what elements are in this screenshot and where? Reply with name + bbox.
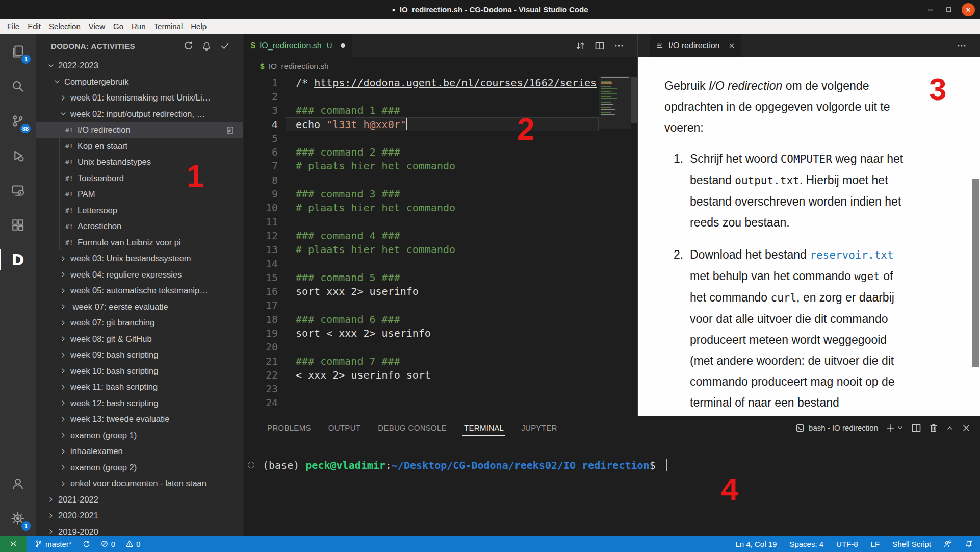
tree-item-kop-en-staart[interactable]: #!Kop en staart <box>36 138 243 155</box>
maximize-icon[interactable] <box>943 4 955 15</box>
tree-item-week-08-git-github[interactable]: week 08: git & GitHub <box>36 331 243 347</box>
status-0[interactable]: 0 <box>100 540 115 548</box>
status-spaces-4[interactable]: Spaces: 4 <box>789 540 823 548</box>
status-utf-8[interactable]: UTF-8 <box>836 540 858 548</box>
activity-extensions[interactable] <box>0 208 36 242</box>
panel-tab-terminal[interactable]: TERMINAL <box>455 416 512 439</box>
tree-item-2021-2022[interactable]: 2021-2022 <box>36 492 243 508</box>
tree-item-2020-2021[interactable]: 2020-2021 <box>36 508 243 524</box>
tree-item-week-07-eerste-evaluatie[interactable]: week 07: eerste evaluatie <box>36 299 243 315</box>
activity-settings[interactable]: 1 <box>0 501 36 536</box>
close-window-icon[interactable] <box>962 3 975 16</box>
code-line-22[interactable]: 22< xxx 2> userinfo sort <box>244 368 637 382</box>
split-editor-icon[interactable] <box>911 423 921 433</box>
panel-tab-output[interactable]: OUTPUT <box>320 416 369 439</box>
tree-item-2022-2023[interactable]: 2022-2023 <box>36 58 243 74</box>
status-shell-script[interactable]: Shell Script <box>892 540 931 548</box>
status-sync[interactable] <box>82 540 90 548</box>
tree-item-unix-bestandstypes[interactable]: #!Unix bestandstypes <box>36 154 243 170</box>
tree-item-week-07-git-branching[interactable]: week 07: git branching <box>36 315 243 331</box>
tree-item-pam[interactable]: #!PAM <box>36 186 243 203</box>
tree-item-acrostichon[interactable]: #!Acrostichon <box>36 218 243 235</box>
status-master[interactable]: master* <box>35 540 72 548</box>
tree-item-week-10-bash-scripting[interactable]: week 10: bash scripting <box>36 363 243 380</box>
refresh-icon[interactable] <box>183 41 193 51</box>
code-line-10[interactable]: 10# plaats hier het commando <box>244 201 637 215</box>
activity-dodona[interactable]: D <box>0 242 36 277</box>
trash-icon[interactable] <box>929 423 938 433</box>
status-bell-dot[interactable] <box>965 540 973 548</box>
terminal[interactable]: (base) peck@vladimir:~/Desktop/CG-Dodona… <box>244 439 980 536</box>
unsaved-dot-icon[interactable] <box>341 43 345 48</box>
status-ln-4-col-19[interactable]: Ln 4, Col 19 <box>736 540 777 548</box>
panel-tab-problems[interactable]: PROBLEMS <box>259 416 320 439</box>
close-tab-icon[interactable] <box>728 42 735 49</box>
code-line-19[interactable]: 19sort < xxx 2> userinfo <box>244 326 637 340</box>
tree-item-computergebruik[interactable]: Computergebruik <box>36 74 243 90</box>
minimize-icon[interactable] <box>925 4 936 15</box>
code-line-3[interactable]: 3### command 1 ### <box>244 104 637 117</box>
code-area[interactable]: 1/* https://dodona.ugent.be/nl/courses/1… <box>244 76 637 416</box>
menu-item-edit[interactable]: Edit <box>23 19 45 34</box>
code-line-13[interactable]: 13# plaats hier het commando <box>244 243 637 257</box>
more-actions-icon[interactable] <box>614 41 624 51</box>
tab-io-redirection[interactable]: $ IO_redirection.sh U <box>244 34 352 57</box>
menu-item-help[interactable]: Help <box>187 19 211 34</box>
tree-item-examen-groep-2[interactable]: examen (groep 2) <box>36 460 243 476</box>
code-line-7[interactable]: 7# plaats hier het commando <box>244 159 637 173</box>
code-line-14[interactable]: 14 <box>244 257 637 270</box>
code-line-20[interactable]: 20 <box>244 340 637 354</box>
chevron-down-icon[interactable] <box>897 424 904 431</box>
tree-item-lettersoep[interactable]: #!Lettersoep <box>36 203 243 219</box>
tree-item-week-01-kennismaking-met-unix-li[interactable]: week 01: kennismaking met Unix/Li… <box>36 90 243 106</box>
tree-item-2019-2020[interactable]: 2019-2020 <box>36 524 243 536</box>
tree-item-week-02-input-output-redirection[interactable]: week 02: input/output redirection, … <box>36 106 243 122</box>
status-feedback[interactable] <box>944 540 952 548</box>
code-line-18[interactable]: 18### command 6 ### <box>244 312 637 326</box>
chevron-up-icon[interactable] <box>946 424 954 432</box>
menu-item-go[interactable]: Go <box>109 19 127 34</box>
code-line-5[interactable]: 5 <box>244 131 637 145</box>
remote-indicator[interactable] <box>0 536 27 552</box>
minimap[interactable] <box>599 76 631 416</box>
add-icon[interactable] <box>886 423 895 433</box>
menu-item-run[interactable]: Run <box>127 19 150 34</box>
code-line-16[interactable]: 16sort xxx 2> userinfo <box>244 284 637 298</box>
activity-run-debug[interactable] <box>0 138 36 173</box>
activity-source-control[interactable]: 88 <box>0 104 36 138</box>
tree-item-i-o-redirection[interactable]: #!I/O redirection <box>36 122 243 138</box>
tree-item-week-09-bash-scripting[interactable]: week 09: bash scripting <box>36 347 243 363</box>
code-line-17[interactable]: 17 <box>244 298 637 312</box>
tree-item-week-13-tweede-evaluatie[interactable]: week 13: tweede evaluatie <box>36 411 243 428</box>
close-icon[interactable] <box>962 423 971 433</box>
tree-item-week-05-automatische-tekstmanip[interactable]: week 05: automatische tekstmanip… <box>36 283 243 299</box>
activity-search[interactable] <box>0 69 36 104</box>
status-0[interactable]: 0 <box>125 540 140 548</box>
activity-remote-explorer[interactable] <box>0 173 36 208</box>
code-line-6[interactable]: 6### command 2 ### <box>244 145 637 159</box>
activity-explorer[interactable]: 1 <box>0 34 36 69</box>
panel-tab-jupyter[interactable]: JUPYTER <box>512 416 565 439</box>
tree-item-week-11-bash-scripting[interactable]: week 11: bash scripting <box>36 379 243 395</box>
panel-tab-debug-console[interactable]: DEBUG CONSOLE <box>369 416 455 439</box>
tree-item-week-04-reguliere-expressies[interactable]: week 04: reguliere expressies <box>36 267 243 283</box>
tree-item-week-03-unix-bestandssysteem[interactable]: week 03: Unix bestandssysteem <box>36 250 243 267</box>
check-icon[interactable] <box>220 41 230 51</box>
bell-icon[interactable] <box>201 41 212 51</box>
status-lf[interactable]: LF <box>871 540 880 548</box>
tree-item-formule-van-leibniz-voor-pi[interactable]: #!Formule van Leibniz voor pi <box>36 235 243 251</box>
code-line-12[interactable]: 12### command 4 ### <box>244 229 637 242</box>
preview-scrollbar[interactable] <box>972 179 979 367</box>
breadcrumb[interactable]: $ IO_redirection.sh <box>244 57 637 76</box>
split-editor-icon[interactable] <box>595 41 605 51</box>
menu-item-selection[interactable]: Selection <box>45 19 85 34</box>
scrollbar-thumb[interactable] <box>631 77 637 123</box>
code-line-21[interactable]: 21### command 7 ### <box>244 354 637 368</box>
menu-item-terminal[interactable]: Terminal <box>150 19 187 34</box>
code-line-15[interactable]: 15### command 5 ### <box>244 270 637 284</box>
code-line-8[interactable]: 8 <box>244 173 637 187</box>
tree-item-week-12-bash-scripting[interactable]: week 12: bash scripting <box>36 395 243 412</box>
code-line-24[interactable]: 24 <box>244 396 637 410</box>
editor-scrollbar[interactable] <box>631 76 637 416</box>
tree-item-toetsenbord[interactable]: #!Toetsenbord <box>36 170 243 187</box>
